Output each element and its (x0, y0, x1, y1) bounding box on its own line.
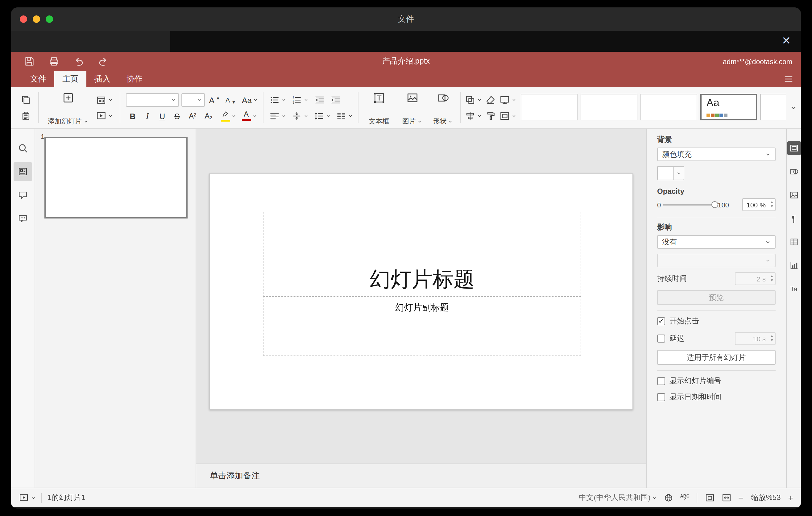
delay-checkbox[interactable] (657, 335, 665, 343)
slides-panel-button[interactable] (13, 162, 32, 181)
slide-settings-tab[interactable] (787, 141, 801, 155)
theme-thumbnail-selected[interactable]: Aa (700, 94, 757, 120)
start-slideshow-status-button[interactable] (19, 492, 36, 503)
theme-thumbnail[interactable] (640, 94, 697, 120)
theme-thumbnail[interactable] (760, 94, 786, 120)
clear-style-button[interactable] (484, 93, 497, 107)
theme-thumbnail[interactable] (581, 94, 637, 120)
align-shapes-button[interactable] (464, 109, 483, 123)
preview-button[interactable]: 预览 (657, 290, 776, 305)
language-selector[interactable]: 中文(中华人民共和国) (579, 492, 658, 503)
subtitle-placeholder[interactable]: 幻灯片副标题 (263, 296, 581, 356)
comments-panel-button[interactable] (13, 186, 32, 204)
tab-file[interactable]: 文件 (22, 71, 54, 87)
decrease-font-button[interactable]: A▼ (223, 93, 238, 107)
highlight-color-button[interactable] (219, 109, 238, 123)
start-slideshow-button[interactable] (94, 109, 115, 123)
add-slide-button[interactable]: 添加幻灯片 (43, 90, 92, 127)
table-settings-tab[interactable] (787, 235, 801, 249)
spinner-up-icon[interactable]: ▲ (770, 200, 774, 204)
spinner-arrows[interactable]: ▲▼ (770, 200, 774, 208)
textart-settings-tab[interactable]: Ta (787, 282, 801, 296)
slide-layout-button[interactable] (94, 93, 115, 107)
fit-width-button[interactable] (722, 492, 732, 503)
tab-home[interactable]: 主页 (54, 71, 86, 87)
show-slide-number-checkbox[interactable] (657, 377, 665, 385)
search-panel-button[interactable] (13, 139, 32, 157)
zoom-in-button[interactable]: + (788, 492, 793, 503)
subscript-button[interactable]: A₂ (201, 109, 216, 123)
vertical-align-button[interactable] (290, 109, 310, 123)
spinner-down-icon[interactable]: ▼ (770, 204, 774, 208)
fill-color-picker[interactable] (657, 166, 684, 180)
arrow-up-icon: ▲ (216, 95, 221, 100)
show-date-time-checkbox[interactable] (657, 393, 665, 401)
view-settings-button[interactable] (784, 74, 793, 84)
tab-collaboration[interactable]: 协作 (118, 71, 150, 87)
save-button[interactable] (22, 55, 36, 68)
insert-image-button[interactable]: 图片 (397, 90, 427, 127)
tab-insert[interactable]: 插入 (86, 71, 118, 87)
slide-thumbnail[interactable] (45, 137, 187, 219)
start-on-click-checkbox[interactable]: ✓ (657, 317, 665, 325)
apply-to-all-slides-button[interactable]: 适用于所有幻灯片 (657, 350, 776, 365)
columns-button[interactable] (335, 109, 354, 123)
insert-textbox-button[interactable]: 文本框 (363, 90, 395, 127)
slide-surface[interactable]: 幻灯片标题 幻灯片副标题 (209, 173, 633, 410)
underline-button[interactable]: U (155, 109, 169, 123)
decrease-indent-button[interactable] (312, 93, 327, 107)
notes-area[interactable]: 单击添加备注 (196, 463, 646, 488)
document-language-button[interactable] (664, 492, 674, 503)
italic-button[interactable]: I (141, 109, 154, 123)
shape-settings-tab[interactable] (787, 165, 801, 178)
opacity-slider[interactable] (663, 204, 715, 205)
strikethrough-button[interactable]: S (170, 109, 184, 123)
bold-button[interactable]: B (126, 109, 140, 123)
slide-canvas[interactable]: 幻灯片标题 幻灯片副标题 (196, 129, 646, 463)
minimize-window-button[interactable] (33, 16, 40, 23)
copy-button[interactable] (19, 93, 33, 107)
effect-type-select[interactable] (657, 254, 776, 267)
print-button[interactable] (47, 55, 60, 68)
effect-select[interactable]: 没有 (657, 235, 776, 249)
line-spacing-button[interactable] (312, 109, 332, 123)
font-size-select[interactable] (181, 93, 205, 107)
increase-font-button[interactable]: A▲ (207, 93, 222, 107)
screen: 文件 ✕ 产品介绍.pptx adm***@dootask.com (0, 0, 812, 516)
close-icon[interactable]: ✕ (782, 33, 791, 49)
title-placeholder[interactable]: 幻灯片标题 (263, 212, 581, 297)
numbered-list-button[interactable] (290, 93, 310, 107)
close-window-button[interactable] (20, 16, 27, 23)
theme-gallery-expand-button[interactable] (788, 103, 799, 113)
undo-button[interactable] (71, 55, 85, 68)
font-color-button[interactable]: A (239, 109, 259, 123)
chat-panel-button[interactable] (13, 209, 32, 228)
bullet-list-button[interactable] (268, 93, 288, 107)
theme-thumbnail[interactable] (521, 94, 578, 120)
paragraph-settings-tab[interactable]: ¶ (787, 212, 801, 225)
change-case-button[interactable]: Aa (239, 93, 260, 107)
spellcheck-button[interactable]: ABC✓ (680, 493, 690, 502)
arrange-button[interactable] (464, 93, 483, 107)
superscript-button[interactable]: A² (185, 109, 200, 123)
image-settings-tab[interactable] (787, 188, 801, 202)
insert-placeholder-button[interactable] (498, 109, 517, 123)
chart-settings-tab[interactable] (787, 259, 801, 272)
copy-style-button[interactable] (484, 109, 497, 123)
document-title: 产品介绍.pptx (11, 56, 801, 67)
paste-button[interactable] (19, 109, 33, 123)
horizontal-align-button[interactable] (268, 109, 288, 123)
zoom-out-button[interactable]: − (738, 492, 744, 503)
duration-input[interactable] (735, 273, 775, 285)
opacity-slider-knob[interactable] (712, 201, 718, 208)
delay-input[interactable] (735, 333, 775, 344)
background-fill-select[interactable]: 颜色填充 (657, 147, 776, 161)
insert-shape-button[interactable]: 形状 (428, 90, 458, 127)
slide-size-button[interactable] (498, 93, 517, 107)
font-name-select[interactable] (126, 93, 179, 107)
redo-button[interactable] (96, 55, 110, 68)
font-color-bar (241, 119, 251, 121)
zoom-window-button[interactable] (46, 16, 53, 23)
fit-slide-button[interactable] (705, 492, 716, 503)
increase-indent-button[interactable] (328, 93, 343, 107)
